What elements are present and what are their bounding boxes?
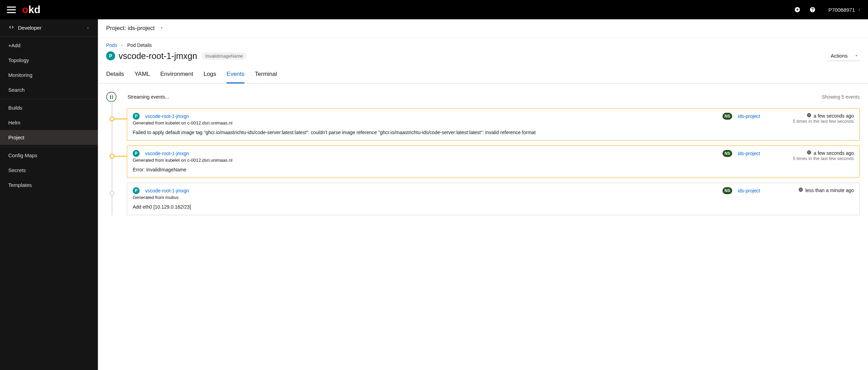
chevron-right-icon	[121, 42, 124, 48]
breadcrumb-current: Pod Details	[127, 42, 152, 48]
event-source: Generated from multus	[133, 195, 718, 200]
event-dot	[110, 154, 114, 159]
globe-icon	[807, 113, 811, 119]
page-title: vscode-root-1-jmxgn	[119, 51, 197, 61]
caret-down-icon	[86, 25, 90, 31]
event-message: Failed to apply default image tag "ghcr.…	[133, 129, 854, 136]
breadcrumb: Pods Pod Details	[98, 38, 868, 49]
event-dot	[110, 117, 114, 121]
sidebar-item-config-maps[interactable]: Config Maps	[0, 148, 98, 163]
perspective-label: Developer	[18, 25, 86, 31]
sidebar-item-topology[interactable]: Topology	[0, 53, 98, 68]
user-name: P70068971	[828, 7, 855, 13]
namespace-badge: NS	[723, 150, 733, 157]
sidebar-item-templates[interactable]: Templates	[0, 178, 98, 192]
event-card: Pvscode-root-1-jmxgnGenerated from kubel…	[127, 146, 860, 178]
event-message: Add eth0 [10.129.0.162/23]	[133, 203, 854, 211]
event-pod-link[interactable]: vscode-root-1-jmxgn	[145, 188, 189, 193]
event-count-label: 5 times in the last few seconds	[764, 119, 854, 124]
code-icon	[8, 24, 14, 31]
pause-icon	[110, 95, 113, 99]
event-source: Generated from kubelet on c-0012.dsri.un…	[133, 158, 718, 163]
main: Project: ids-project Pods Pod Details P …	[98, 19, 868, 370]
event-connector	[114, 119, 127, 119]
event-namespace-link[interactable]: ids-project	[738, 188, 760, 193]
event-connector	[114, 193, 127, 194]
event-card: Pvscode-root-1-jmxgnGenerated from kubel…	[127, 108, 860, 141]
project-name: ids-project	[128, 25, 154, 32]
event-row: Pvscode-root-1-jmxgnGenerated from kubel…	[112, 108, 860, 141]
sidebar: Developer +AddTopologyMonitoringSearchBu…	[0, 19, 98, 370]
pod-badge: P	[106, 51, 115, 60]
namespace-badge: NS	[723, 113, 733, 120]
caret-down-icon	[160, 25, 164, 32]
tab-terminal[interactable]: Terminal	[255, 67, 277, 83]
breadcrumb-pods[interactable]: Pods	[106, 42, 117, 48]
perspective-switcher[interactable]: Developer	[0, 19, 98, 37]
user-menu[interactable]: P70068971	[828, 7, 861, 13]
actions-menu[interactable]: Actions	[827, 51, 860, 61]
event-source: Generated from kubelet on c-0012.dsri.un…	[133, 120, 718, 126]
events-section: Streaming events... Showing 5 events Pvs…	[98, 83, 868, 228]
pause-stream-button[interactable]	[106, 92, 117, 102]
event-pod-link[interactable]: vscode-root-1-jmxgn	[145, 113, 189, 119]
event-count: Showing 5 events	[821, 94, 860, 100]
sidebar-item-monitoring[interactable]: Monitoring	[0, 68, 98, 82]
topbar: okd P70068971	[0, 0, 868, 19]
sidebar-item--add[interactable]: +Add	[0, 38, 98, 53]
event-pod-link[interactable]: vscode-root-1-jmxgn	[145, 151, 189, 156]
tab-events[interactable]: Events	[226, 67, 244, 83]
pod-badge: P	[133, 187, 140, 194]
event-count-label: 5 times in the last few seconds	[764, 156, 854, 161]
tabs: DetailsYAMLEnvironmentLogsEventsTerminal	[98, 67, 868, 83]
tab-logs[interactable]: Logs	[203, 67, 216, 83]
title-row: P vscode-root-1-jmxgn InvalidImageName A…	[98, 49, 868, 67]
globe-icon	[807, 150, 811, 156]
event-timeline: Pvscode-root-1-jmxgnGenerated from kubel…	[112, 108, 860, 215]
event-card: Pvscode-root-1-jmxgnGenerated from multu…	[127, 183, 860, 215]
event-time: a few seconds ago	[814, 150, 854, 156]
event-connector	[114, 156, 127, 157]
event-namespace-link[interactable]: ids-project	[738, 113, 760, 119]
tab-environment[interactable]: Environment	[160, 67, 193, 83]
menu-toggle-button[interactable]	[7, 5, 16, 14]
sidebar-item-secrets[interactable]: Secrets	[0, 163, 98, 178]
pod-badge: P	[133, 150, 140, 157]
globe-icon	[798, 187, 803, 193]
logo-kd: kd	[28, 4, 40, 16]
event-message: Error: InvalidImageName	[133, 166, 854, 173]
event-row: Pvscode-root-1-jmxgnGenerated from kubel…	[112, 146, 860, 178]
sidebar-item-project[interactable]: Project	[0, 130, 98, 145]
caret-down-icon	[858, 7, 861, 13]
caret-down-icon	[855, 53, 858, 59]
namespace-badge: NS	[723, 187, 733, 194]
event-time: a few seconds ago	[814, 113, 854, 119]
nav: +AddTopologyMonitoringSearchBuildsHelmPr…	[0, 37, 98, 192]
sidebar-item-helm[interactable]: Helm	[0, 115, 98, 130]
sidebar-item-search[interactable]: Search	[0, 82, 98, 97]
status-badge: InvalidImageName	[202, 52, 246, 60]
actions-label: Actions	[831, 53, 848, 59]
logo[interactable]: okd	[22, 4, 40, 16]
event-dot	[110, 191, 114, 196]
event-time: less than a minute ago	[805, 188, 854, 193]
tab-details[interactable]: Details	[106, 67, 124, 83]
add-icon[interactable]	[791, 3, 804, 16]
event-row: Pvscode-root-1-jmxgnGenerated from multu…	[112, 183, 860, 215]
stream-status: Streaming events...	[128, 94, 169, 100]
help-icon[interactable]	[806, 3, 819, 16]
project-selector[interactable]: Project: ids-project	[98, 19, 868, 38]
sidebar-item-builds[interactable]: Builds	[0, 100, 98, 115]
pod-badge: P	[133, 113, 140, 120]
project-label: Project:	[106, 25, 126, 32]
logo-o: o	[22, 4, 28, 16]
event-namespace-link[interactable]: ids-project	[738, 151, 760, 156]
tab-yaml[interactable]: YAML	[134, 67, 150, 83]
